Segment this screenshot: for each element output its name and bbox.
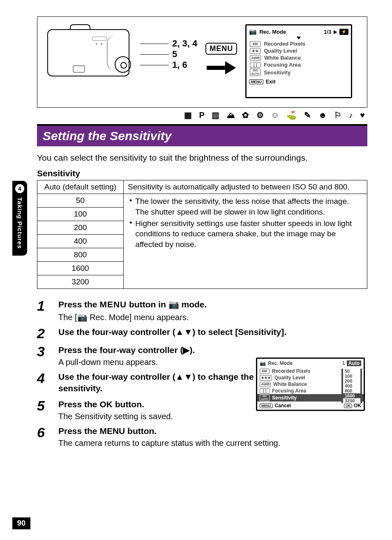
step-number: 1 bbox=[37, 299, 49, 322]
table-cell: The lower the sensitivity, the less nois… bbox=[124, 194, 367, 289]
step-number: 5 bbox=[37, 399, 49, 421]
bullet-text: Higher sensitivity settings use faster s… bbox=[135, 218, 363, 250]
menu-arrow: MENU bbox=[205, 43, 237, 74]
page-number: 90 bbox=[12, 517, 30, 529]
dropdown-item: 50 bbox=[343, 369, 362, 374]
table-cell: 100 bbox=[37, 208, 124, 221]
step-heading: Press the MENU button. bbox=[58, 425, 280, 437]
callout-16: 1, 6 bbox=[172, 60, 187, 70]
dropdown-item: 3200 bbox=[343, 398, 362, 403]
step-heading: Use the four-way controller (▲▼) to chan… bbox=[58, 371, 272, 395]
lcd2-row-label: Focusing Area bbox=[272, 388, 306, 394]
callout-5: 5 bbox=[172, 49, 177, 60]
step-heading: button. bbox=[113, 399, 144, 409]
step-heading: Press the four-way controller (▶). bbox=[58, 344, 195, 356]
camera-icon: 📷 bbox=[249, 28, 257, 35]
dropdown-item: 100 bbox=[343, 374, 362, 378]
lcd1-exit-button: MENU bbox=[249, 79, 263, 84]
step-heading: Press the bbox=[58, 300, 99, 309]
step-sub: A pull-down menu appears. bbox=[58, 358, 195, 367]
lcd2-page-mode: Auto bbox=[347, 360, 361, 366]
camera-icon: 📷 bbox=[260, 360, 266, 366]
camera-icon: 📷 bbox=[168, 300, 179, 309]
lcd1-page: 1/3 bbox=[324, 29, 331, 35]
step-2: 2 Use the four-way controller (▲▼) to se… bbox=[37, 326, 367, 340]
flash-icon: ⚡ bbox=[339, 29, 348, 35]
callout-234: 2, 3, 4 bbox=[172, 38, 197, 49]
lcd1-row-icon: AWB bbox=[250, 55, 261, 61]
step-sub: The [ bbox=[58, 313, 77, 322]
dropdown-item: 800 bbox=[343, 388, 362, 393]
bullet-text: The lower the sensitivity, the less nois… bbox=[135, 196, 363, 217]
l

lcd2-ok-label: OK bbox=[354, 403, 361, 408]
intro-text: You can select the sensitivity to suit t… bbox=[37, 152, 367, 164]
lcd1-row-icon: ★★ bbox=[250, 48, 261, 54]
lcd2-row-label: Recorded Pixels bbox=[272, 368, 310, 374]
dropdown-item: 200 bbox=[343, 378, 362, 383]
sensitivity-table: Auto (default setting) Sensitivity is au… bbox=[37, 180, 367, 289]
step-number: 2 bbox=[37, 326, 49, 340]
down-triangle-icon bbox=[297, 37, 301, 39]
chapter-title: Taking Pictures bbox=[16, 197, 23, 249]
lcd1-row-label: Recorded Pixels bbox=[264, 41, 305, 47]
lcd1-row-label: Sensitivity bbox=[264, 69, 291, 76]
step-number: 3 bbox=[37, 344, 49, 367]
dropdown-item: 400 bbox=[343, 383, 362, 388]
table-cell: 3200 bbox=[37, 275, 124, 289]
step-heading: button in bbox=[127, 300, 168, 309]
table-cell: 1600 bbox=[37, 262, 124, 275]
lcd1-title: Rec. Mode bbox=[259, 29, 286, 35]
step-heading: Use the four-way controller (▲▼) to sele… bbox=[58, 326, 286, 338]
step-sub: The Sensitivity setting is saved. bbox=[58, 412, 173, 421]
lcd2-row-icon: [ ] bbox=[260, 388, 270, 394]
lcd2-row-icon: 8M bbox=[260, 369, 270, 374]
lcd2-row-icon: AWB bbox=[260, 382, 271, 387]
step-number: 4 bbox=[37, 371, 49, 395]
lcd1-row-label: Focusing Area bbox=[264, 62, 301, 68]
section-title: Setting the Sensitivity bbox=[37, 124, 367, 146]
lcd2-row-icon: ISO AUTO bbox=[260, 395, 270, 401]
lcd1-row-label: Quality Level bbox=[264, 48, 297, 54]
top-diagram: 2, 3, 4 5 1, 6 MENU 📷 Rec. Mode 1/3 bbox=[37, 16, 367, 108]
table-cell: 200 bbox=[37, 221, 124, 235]
table-caption: Sensitivity bbox=[37, 168, 367, 178]
camera-illustration bbox=[47, 24, 138, 94]
lcd2-row-icon: ★★★ bbox=[260, 375, 272, 381]
lcd2-dropdown: 50 100 200 400 800 1600 3200 bbox=[341, 369, 362, 403]
mode-icons-strip: ▦ P ▥ ⛰ ✿ ⚙ ☺ ⛳ ✎ ☻ ⚐ ♪ ♥ bbox=[37, 110, 367, 120]
lcd-preview-2: 📷 Rec. Mode 1Auto 8MRecorded Pixels ★★★Q… bbox=[256, 358, 365, 411]
chapter-side-tab: 4 Taking Pictures bbox=[12, 181, 27, 256]
lcd2-title: Rec. Mode bbox=[268, 360, 293, 366]
lcd2-cancel-label: Cancel bbox=[275, 403, 291, 408]
step-sub: The camera returns to capture status wit… bbox=[58, 438, 280, 448]
table-cell: 50 bbox=[37, 194, 124, 208]
table-cell: 400 bbox=[37, 235, 124, 248]
step-number: 6 bbox=[37, 425, 49, 448]
camera-icon: 📷 bbox=[77, 313, 88, 322]
table-cell: 800 bbox=[37, 248, 124, 262]
lcd2-ok-button: OK bbox=[344, 404, 352, 408]
step-heading: Press the bbox=[58, 399, 99, 409]
lcd1-row-label: White Balance bbox=[264, 55, 301, 61]
lcd2-row-label: White Balance bbox=[273, 381, 307, 387]
lcd2-row-label: Sensitivity bbox=[272, 395, 297, 401]
table-cell: Auto (default setting) bbox=[37, 180, 124, 194]
table-cell: Sensitivity is automatically adjusted to… bbox=[124, 180, 367, 194]
lcd2-cancel-button: MENU bbox=[260, 404, 273, 408]
lcd1-exit-label: Exit bbox=[266, 78, 276, 85]
lcd2-page-num: 1 bbox=[342, 360, 345, 366]
ok-button-inline: OK bbox=[99, 399, 113, 409]
step-sub: Rec. Mode] menu appears. bbox=[88, 313, 189, 322]
menu-button-inline: MENU bbox=[99, 300, 127, 309]
dropdown-item-selected: 1600 bbox=[343, 393, 362, 398]
lcd1-row-icon: [ ] bbox=[250, 62, 261, 68]
lcd-preview-1: 📷 Rec. Mode 1/3 ▶ ⚡ 8MRecorded Pixels ★★… bbox=[245, 24, 352, 98]
step-6: 6 Press the MENU button. The camera retu… bbox=[37, 425, 367, 448]
lcd1-row-icon: 8M bbox=[250, 41, 261, 47]
menu-button-label: MENU bbox=[205, 43, 237, 55]
chapter-number: 4 bbox=[15, 184, 24, 193]
step-1: 1 Press the MENU button in 📷 mode. The [… bbox=[37, 299, 367, 322]
lcd2-row-label: Quality Level bbox=[274, 375, 305, 381]
lcd1-row-icon: ISO AUTO bbox=[250, 69, 261, 76]
step-heading: mode. bbox=[179, 300, 207, 309]
